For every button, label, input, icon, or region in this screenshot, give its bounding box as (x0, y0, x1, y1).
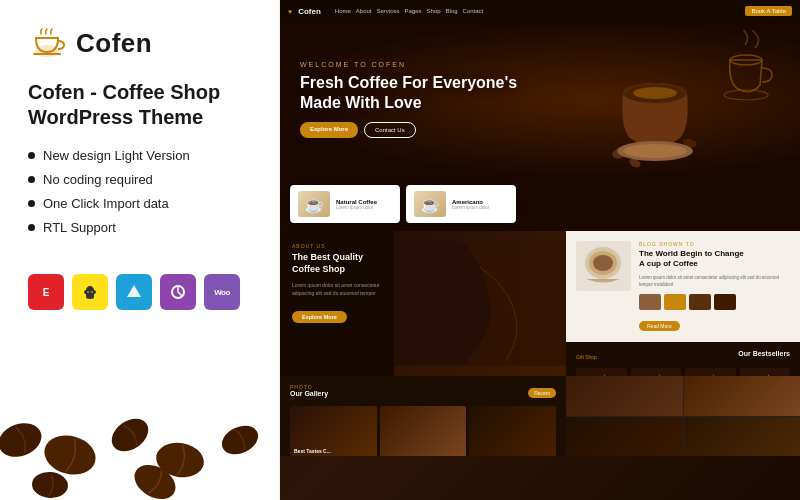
coffee-card-natural: ☕ Natural Coffee Lorem ipsum dolor (290, 185, 400, 223)
feature-item: One Click Import data (28, 196, 251, 211)
logo-icon (28, 24, 66, 62)
svg-point-12 (128, 458, 181, 500)
bullet-icon (28, 224, 35, 231)
svg-point-28 (593, 255, 613, 271)
wpbakery-badge (116, 274, 152, 310)
product-title: Cofen Cofen - Coffee ShopWordPress Theme (28, 80, 251, 130)
feature-label: No coding required (43, 172, 153, 187)
feature-item: RTL Support (28, 220, 251, 235)
right-panel: ♥ Cofen Home About Services Pages Shop B… (280, 0, 800, 500)
woo-label: Woo (214, 288, 230, 297)
gallery-cell-4 (684, 417, 801, 457)
nav-heart-icon: ♥ (288, 8, 292, 15)
revolution-badge (160, 274, 196, 310)
woocommerce-badge: Woo (204, 274, 240, 310)
blog-thumbnails (639, 294, 790, 310)
svg-point-2 (87, 291, 89, 293)
blog-text: Blog Shown To The World Begin to ChangeA… (639, 241, 790, 332)
nav-logo: Cofen (298, 7, 321, 16)
blog-label: Blog Shown To (639, 241, 790, 247)
svg-point-6 (0, 417, 46, 462)
preview-middle: About Us The Best QualityCoffee Shop Lor… (280, 231, 800, 376)
blog-inner: Blog Shown To The World Begin to ChangeA… (576, 241, 790, 332)
nav-link-pages: Pages (405, 8, 422, 14)
svg-marker-4 (127, 285, 141, 297)
gallery-section: Photo Our Gallery Recent Best Tastes C..… (280, 376, 566, 456)
thumb-1 (639, 294, 661, 310)
logo-text: Cofen (76, 28, 152, 59)
coffee-card-americano-desc: Lorem ipsum dolor (452, 205, 489, 210)
bestseller-espresso: ☕ Espresso $18 (740, 368, 791, 376)
bullet-icon (28, 200, 35, 207)
about-section: About Us The Best QualityCoffee Shop Lor… (280, 231, 566, 376)
nav-link-home: Home (335, 8, 351, 14)
about-title: The Best QualityCoffee Shop (292, 252, 554, 275)
nav-cta-button: Book A Table (745, 6, 792, 16)
about-desc: Lorem ipsum dolor sit amet consecteturad… (292, 281, 554, 297)
hero-title: Fresh Coffee For Everyone'sMade With Lov… (300, 73, 780, 111)
gallery-img-1: Best Tastes C... (290, 406, 377, 456)
gallery-images: Best Tastes C... (290, 406, 556, 456)
preview-container: ♥ Cofen Home About Services Pages Shop B… (280, 0, 800, 500)
hero-content: Welcome To Cofen Fresh Coffee For Everyo… (300, 61, 780, 137)
preview-bottom: Photo Our Gallery Recent Best Tastes C..… (280, 376, 800, 456)
feature-label: One Click Import data (43, 196, 169, 211)
tech-badges: E Woo (28, 274, 251, 310)
feature-label: RTL Support (43, 220, 116, 235)
coffee-card-americano-icon: ☕ (414, 191, 446, 217)
hero-subtitle: Welcome To Cofen (300, 61, 780, 68)
about-content: About Us The Best QualityCoffee Shop Lor… (292, 243, 554, 323)
thumb-3 (689, 294, 711, 310)
gallery-img-label: Best Tastes C... (294, 448, 331, 454)
nav-links: Home About Services Pages Shop Blog Cont… (335, 8, 483, 14)
nav-link-services: Services (377, 8, 400, 14)
bullet-icon (28, 152, 35, 159)
elementor-badge: E (28, 274, 64, 310)
gallery-grid (566, 376, 800, 456)
bestsellers-grid: ☕ Cappuccino $22 ☕ Americano $8 ☕ Caffè … (576, 368, 790, 376)
gallery-cell-3 (566, 417, 683, 457)
thumb-4 (714, 294, 736, 310)
svg-point-23 (623, 144, 687, 158)
thumb-2 (664, 294, 686, 310)
nav-link-shop: Shop (427, 8, 441, 14)
feature-label: New design Light Version (43, 148, 190, 163)
beans-decoration (0, 390, 279, 500)
svg-point-10 (217, 420, 262, 460)
preview-hero: Welcome To Cofen Fresh Coffee For Everyo… (280, 22, 800, 177)
feature-item: No coding required (28, 172, 251, 187)
hero-primary-button: Explore More (300, 122, 358, 138)
right-mid-panel: Blog Shown To The World Begin to ChangeA… (566, 231, 800, 376)
blog-read-more-button: Read More (639, 321, 680, 331)
blog-image (576, 241, 631, 332)
gallery-filter-button: Recent (528, 388, 556, 398)
nav-link-blog: Blog (446, 8, 458, 14)
coffee-card-natural-name: Natural Coffee (336, 199, 377, 205)
hero-buttons: Explore More Contact Us (300, 122, 780, 138)
nav-link-contact: Contact (463, 8, 484, 14)
svg-point-8 (106, 412, 155, 458)
blog-desc: Lorem ipsum dolor sit amet consectetur a… (639, 274, 790, 288)
bullet-icon (28, 176, 35, 183)
gallery-img-2 (380, 406, 467, 456)
gift-label: Gift Shop (576, 354, 597, 360)
about-cta-button: Explore More (292, 311, 347, 323)
logo-row: Cofen (28, 24, 251, 62)
about-label: About Us (292, 243, 554, 249)
features-list: New design Light Version No coding requi… (28, 148, 251, 244)
gallery-img-3 (469, 406, 556, 456)
hero-secondary-button: Contact Us (364, 122, 416, 138)
left-panel: Cofen Cofen Cofen - Coffee ShopWordPress… (0, 0, 280, 500)
coffee-card-natural-desc: Lorem ipsum dolor (336, 205, 377, 210)
gallery-cell-2 (684, 376, 801, 416)
blog-section: Blog Shown To The World Begin to ChangeA… (566, 231, 800, 342)
preview-nav: ♥ Cofen Home About Services Pages Shop B… (280, 0, 800, 22)
gallery-title: Our Gallery (290, 390, 328, 397)
svg-point-7 (40, 430, 100, 480)
bestseller-americano: ☕ Americano $8 (631, 368, 682, 376)
bestseller-cappuccino: ☕ Cappuccino $22 (576, 368, 627, 376)
nav-link-about: About (356, 8, 372, 14)
hero-coffee-cup (610, 43, 700, 177)
coffee-card-americano: ☕ Americano Lorem ipsum dolor (406, 185, 516, 223)
bestsellers-section: Gift Shop Our Bestsellers ☕ Cappuccino $… (566, 342, 800, 376)
